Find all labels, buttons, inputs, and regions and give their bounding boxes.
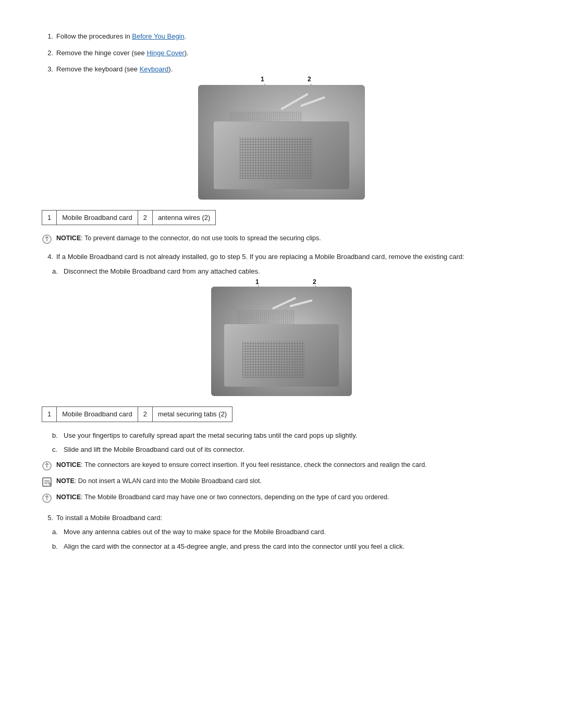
step-5b-text: Align the card with the connector at a 4… xyxy=(64,541,405,552)
legend-table-1-row: 1 Mobile Broadband card 2 antenna wires … xyxy=(42,210,216,225)
step-4a: a. Disconnect the Mobile Broadband card … xyxy=(52,266,521,277)
step-5b: b. Align the card with the connector at … xyxy=(52,541,521,552)
diagram2-callout-lines xyxy=(211,277,352,287)
step-4c: c. Slide and lift the Mobile Broadband c… xyxy=(52,445,521,455)
hinge-cover-link[interactable]: Hinge Cover xyxy=(146,49,184,57)
step-4-block: 4. If a Mobile Broadband card is not alr… xyxy=(42,252,521,276)
step-5-block: 5. To install a Mobile Broadband card: a… xyxy=(42,513,521,552)
diagram-2-image xyxy=(211,287,352,396)
step-4a-text: Disconnect the Mobile Broadband card fro… xyxy=(64,266,260,277)
legend-table-1-num2: 2 xyxy=(138,210,152,225)
legend-table-2-num2: 2 xyxy=(138,407,152,422)
before-you-begin-link[interactable]: Before You Begin xyxy=(132,32,184,40)
legend-table-1: 1 Mobile Broadband card 2 antenna wires … xyxy=(42,210,216,226)
legend-table-1-label2: antenna wires (2) xyxy=(152,210,215,225)
diagram1-callout-lines xyxy=(198,75,365,85)
keyboard-link[interactable]: Keyboard xyxy=(140,65,169,73)
step-5-intro: To install a Mobile Broadband card: xyxy=(56,513,162,523)
legend-table-2-num1: 1 xyxy=(42,407,57,422)
step-2: Remove the hinge cover (see Hinge Cover)… xyxy=(42,48,521,58)
notice-2: NOTICE: The connectors are keyed to ensu… xyxy=(42,460,521,471)
notice-1: NOTICE: To prevent damage to the connect… xyxy=(42,233,521,244)
legend-table-2-label1: Mobile Broadband card xyxy=(57,407,138,422)
notice-3: NOTICE: The Mobile Broadband card may ha… xyxy=(42,492,521,503)
step-4b: b. Use your fingertips to carefully spre… xyxy=(52,430,521,441)
step-4-header: 4. If a Mobile Broadband card is not alr… xyxy=(42,252,521,262)
diagram-2-container: 1 2 xyxy=(42,287,521,396)
step-1-text: Follow the procedures in Before You Begi… xyxy=(56,31,186,42)
page-content: Follow the procedures in Before You Begi… xyxy=(42,31,521,551)
step-5a: a. Move any antenna cables out of the wa… xyxy=(52,527,521,537)
step-4b-text: Use your fingertips to carefully spread … xyxy=(64,430,357,441)
legend-table-1-num1: 1 xyxy=(42,210,57,225)
diagram-1-container: 1 2 xyxy=(42,85,521,200)
step-4-subs-bc: b. Use your fingertips to carefully spre… xyxy=(42,430,521,455)
step-3: Remove the keyboard (see Keyboard). xyxy=(42,64,521,75)
step-4c-text: Slide and lift the Mobile Broadband card… xyxy=(64,445,244,455)
diagram-1-image xyxy=(198,85,365,200)
step-5-header: 5. To install a Mobile Broadband card: xyxy=(42,513,521,523)
step-4-intro: If a Mobile Broadband card is not alread… xyxy=(56,252,464,262)
legend-table-2-row: 1 Mobile Broadband card 2 metal securing… xyxy=(42,407,232,422)
step-3-text: Remove the keyboard (see Keyboard). xyxy=(56,64,173,75)
legend-table-2: 1 Mobile Broadband card 2 metal securing… xyxy=(42,406,232,422)
step-5-subs: a. Move any antenna cables out of the wa… xyxy=(42,527,521,551)
main-steps-list: Follow the procedures in Before You Begi… xyxy=(42,31,521,75)
notice-1-icon xyxy=(42,234,52,244)
notice-3-icon xyxy=(42,493,52,503)
note-1-icon xyxy=(42,477,52,487)
legend-table-2-label2: metal securing tabs (2) xyxy=(152,407,232,422)
step-5a-text: Move any antenna cables out of the way t… xyxy=(64,527,326,537)
notice-1-text: NOTICE: To prevent damage to the connect… xyxy=(56,233,321,243)
step-2-text: Remove the hinge cover (see Hinge Cover)… xyxy=(56,48,189,58)
notice-2-text: NOTICE: The connectors are keyed to ensu… xyxy=(56,460,427,470)
note-1-text: NOTE: Do not insert a WLAN card into the… xyxy=(56,476,262,486)
notice-2-icon xyxy=(42,461,52,471)
notice-3-text: NOTICE: The Mobile Broadband card may ha… xyxy=(56,492,389,502)
step-4-subs: a. Disconnect the Mobile Broadband card … xyxy=(42,266,521,277)
step-1: Follow the procedures in Before You Begi… xyxy=(42,31,521,42)
note-1: NOTE: Do not insert a WLAN card into the… xyxy=(42,476,521,487)
legend-table-1-label1: Mobile Broadband card xyxy=(57,210,138,225)
